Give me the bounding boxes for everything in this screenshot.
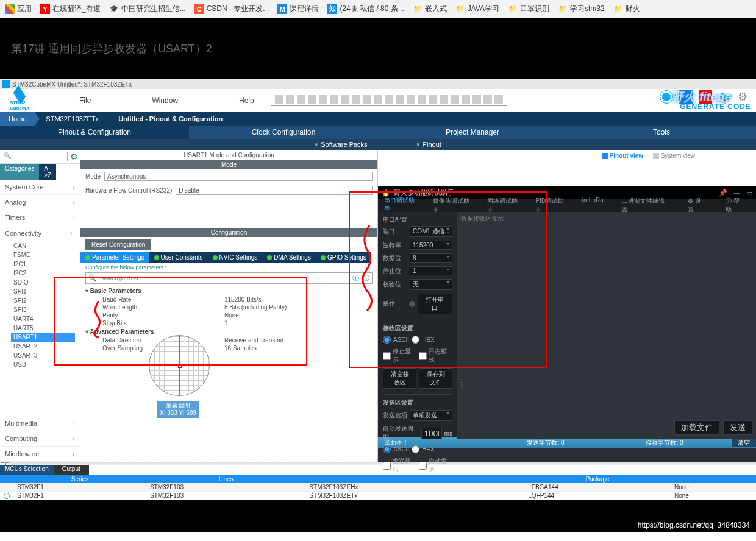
baud-select[interactable]: 115200: [410, 241, 452, 250]
source-link[interactable]: https://blog.csdn.net/qq_34848334: [638, 521, 750, 529]
item-usart1[interactable]: USART1: [11, 333, 75, 342]
tool-icon[interactable]: [429, 95, 437, 104]
dtab-hex[interactable]: 二进制文件编辑器: [616, 197, 676, 214]
group-connectivity[interactable]: Connectivity⌄: [0, 225, 80, 241]
categories-tab[interactable]: Categories: [0, 164, 39, 180]
tool-icon[interactable]: [308, 95, 316, 104]
youtube-icon[interactable]: [699, 90, 712, 104]
group-computing[interactable]: Computing›: [0, 431, 80, 447]
bookmark-zhihu[interactable]: 知(24 封私信 / 80 条...: [327, 4, 404, 14]
auto-send-check[interactable]: 自动发送: [419, 457, 452, 474]
param-parity[interactable]: Parity: [102, 312, 224, 319]
item-uart4[interactable]: UART4: [13, 314, 80, 324]
group-analog[interactable]: Analog›: [0, 195, 80, 210]
adv-params-group[interactable]: Advanced Parameters: [85, 327, 373, 336]
crumb-home[interactable]: Home: [0, 112, 35, 126]
param-baud[interactable]: Baud Rate: [102, 296, 224, 303]
tool-icon[interactable]: [330, 95, 338, 104]
param-search-input[interactable]: [101, 275, 349, 281]
tool-icon[interactable]: [472, 95, 481, 104]
tool-icon[interactable]: [440, 95, 448, 104]
tool-icon[interactable]: [352, 95, 360, 104]
item-usb[interactable]: USB: [13, 360, 80, 369]
info-icon[interactable]: ⓘ: [363, 274, 369, 283]
menu-window[interactable]: Window: [152, 96, 178, 105]
log-mode-check[interactable]: 日志模式: [419, 347, 452, 364]
pin-icon[interactable]: 📌: [719, 189, 727, 197]
param-wordlen[interactable]: Word Length: [102, 304, 224, 311]
send-area[interactable]: ? 加载文件 发送: [457, 378, 756, 439]
crumb-page[interactable]: Untitled - Pinout & Configuration: [107, 112, 231, 126]
dtab-settings[interactable]: ⚙ 设置: [682, 197, 713, 214]
send-button[interactable]: 发送: [723, 420, 752, 435]
tool-icon[interactable]: [385, 95, 393, 104]
item-spi2[interactable]: SPI2: [13, 296, 80, 305]
subtab-nvic[interactable]: NVIC Settings: [208, 252, 263, 263]
tool-icon[interactable]: [374, 95, 382, 104]
send-opt-select[interactable]: 单项发送: [410, 410, 452, 421]
subtab-software-packs[interactable]: ▾Software Packs: [290, 139, 391, 150]
group-timers[interactable]: Timers›: [0, 210, 80, 225]
tool-icon[interactable]: [341, 95, 349, 104]
dtab-pid[interactable]: PID调试助手: [529, 197, 576, 214]
bookmark-folder-3[interactable]: 📁学习stm32: [558, 4, 605, 14]
st-logo-icon[interactable]: [660, 90, 673, 104]
info-icon[interactable]: ⓘ: [352, 274, 359, 283]
crumb-chip[interactable]: STM32F103ZETx: [35, 112, 107, 126]
load-file-button[interactable]: 加载文件: [674, 420, 719, 435]
tool-icon[interactable]: [418, 95, 426, 104]
bookmark-folder-1[interactable]: 📁JAVA学习: [455, 4, 499, 14]
menu-help[interactable]: Help: [239, 96, 254, 105]
tab-output[interactable]: Output: [54, 465, 89, 475]
table-row[interactable]: STM32F1STM32F103STM32F103ZEHxLFBGA144Non…: [0, 483, 756, 492]
tab-pinout-config[interactable]: Pinout & Configuration: [0, 126, 189, 139]
bookmark-folder-4[interactable]: 📁野火: [613, 4, 640, 14]
tool-icon[interactable]: [494, 95, 503, 104]
table-row[interactable]: STM32F1STM32F103STM32F103ZETxLQFP144None: [0, 492, 756, 500]
facebook-icon[interactable]: [679, 90, 693, 104]
subtab-user[interactable]: User Constants: [149, 252, 208, 263]
bookmark-csdn[interactable]: CCSDN - 专业开发...: [194, 4, 269, 14]
item-usart2[interactable]: USART2: [13, 342, 80, 351]
az-tab[interactable]: A->Z: [39, 164, 56, 180]
tool-icon[interactable]: [319, 95, 327, 104]
tab-tools[interactable]: Tools: [567, 126, 756, 139]
settings-icon[interactable]: ⚙: [738, 90, 751, 104]
clear-rcv-button[interactable]: 清空接收区: [383, 368, 416, 389]
twitter-icon[interactable]: 🐦: [718, 90, 732, 104]
item-i2c2[interactable]: I2C2: [13, 269, 80, 278]
rcv-hex-radio[interactable]: HEX: [412, 336, 435, 344]
dtab-camera[interactable]: 摄像头调试助手: [427, 197, 481, 214]
tool-icon[interactable]: [286, 95, 294, 104]
tool-icon[interactable]: [451, 95, 459, 104]
tool-icon[interactable]: [275, 95, 284, 104]
clear-counter-button[interactable]: 清空: [732, 439, 756, 447]
system-view-btn[interactable]: System view: [653, 152, 695, 159]
hwflow-select[interactable]: Disable: [176, 186, 373, 195]
group-multimedia[interactable]: Multimedia›: [0, 416, 80, 431]
stop-display-check[interactable]: 停止显示: [383, 347, 416, 364]
item-uart5[interactable]: UART5: [13, 324, 80, 333]
apps-button[interactable]: 应用: [5, 4, 32, 14]
bookmark-folder-0[interactable]: 📁嵌入式: [413, 4, 447, 14]
auto-send-period-input[interactable]: [421, 428, 442, 439]
mode-select[interactable]: Asynchronous: [104, 172, 373, 181]
chip-preview[interactable]: [149, 335, 210, 396]
item-usart3[interactable]: USART3: [13, 351, 80, 360]
tool-icon[interactable]: [407, 95, 415, 104]
item-spi3[interactable]: SPI3: [13, 305, 80, 314]
item-spi1[interactable]: SPI1: [13, 287, 80, 296]
tab-clock-config[interactable]: Clock Configuration: [189, 126, 378, 139]
dtab-network[interactable]: 网络调试助手: [481, 197, 530, 214]
subtab-param[interactable]: Parameter Settings: [80, 252, 149, 263]
item-can[interactable]: CAN: [13, 241, 80, 250]
tool-icon[interactable]: [396, 95, 404, 104]
bookmark-mooc[interactable]: M课程详情: [277, 4, 319, 14]
pinout-view-btn[interactable]: Pinout view: [602, 152, 643, 159]
group-middleware[interactable]: Middleware›: [0, 447, 80, 462]
bookmark-folder-2[interactable]: 📁口罩识别: [508, 4, 549, 14]
item-i2c1[interactable]: I2C1: [13, 260, 80, 269]
item-sdio[interactable]: SDIO: [13, 278, 80, 287]
subtab-dma[interactable]: DMA Settings: [262, 252, 316, 263]
reset-config-button[interactable]: Reset Configuration: [85, 239, 151, 250]
